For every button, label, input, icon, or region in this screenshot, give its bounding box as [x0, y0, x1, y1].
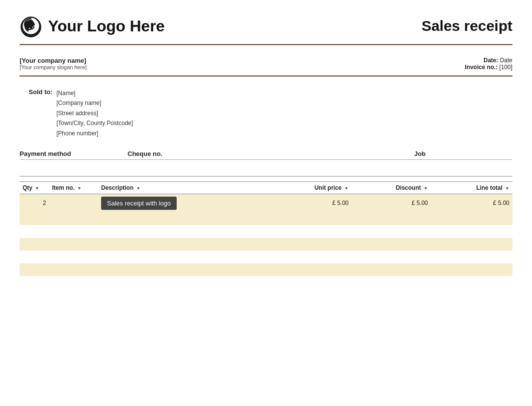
- receipt-title: Sales receipt: [422, 18, 512, 34]
- payment-underline-row: [20, 167, 512, 177]
- date-label: Date:: [483, 57, 498, 64]
- invoice-meta: Date: Date Invoice no.: [100]: [465, 57, 512, 71]
- date-line: Date: Date: [465, 57, 512, 64]
- table-row: [20, 238, 512, 251]
- page-header: Your Logo Here Sales receipt: [20, 15, 512, 45]
- cheque-label: Cheque no.: [128, 150, 414, 157]
- sold-to-street: [Street address]: [56, 108, 133, 118]
- invoice-label: Invoice no.:: [465, 64, 498, 71]
- table-header-row: Qty ▼ Item no. ▼ Description ▼ Unit pric…: [20, 181, 512, 194]
- col-header-unit-price[interactable]: Unit price ▼: [268, 181, 351, 194]
- items-table: Qty ▼ Item no. ▼ Description ▼ Unit pric…: [20, 181, 512, 289]
- col-header-item[interactable]: Item no. ▼: [49, 181, 98, 194]
- col-header-line-total[interactable]: Line total ▼: [431, 181, 512, 194]
- cell-qty[interactable]: 2: [20, 194, 49, 212]
- line-total-dropdown-icon[interactable]: ▼: [505, 186, 509, 191]
- item-dropdown-icon[interactable]: ▼: [77, 186, 81, 191]
- cheque-field[interactable]: [128, 167, 414, 177]
- payment-method-field[interactable]: [20, 167, 128, 177]
- col-header-discount[interactable]: Discount ▼: [351, 181, 431, 194]
- company-name: [Your company name]: [20, 57, 87, 64]
- cell-item[interactable]: [49, 194, 98, 212]
- sold-to-phone: [Phone number]: [56, 128, 133, 138]
- tooltip-box: Sales receipt with logo: [101, 197, 177, 210]
- table-row: [20, 251, 512, 263]
- company-info-row: [Your company name] [Your company slogan…: [20, 52, 512, 76]
- invoice-line: Invoice no.: [100]: [465, 64, 512, 71]
- svg-point-1: [29, 24, 33, 28]
- logo-icon: [20, 15, 42, 37]
- empty-cell: [20, 276, 512, 289]
- cell-desc[interactable]: Sales receipt with logo: [98, 194, 268, 212]
- unit-price-dropdown-icon[interactable]: ▼: [344, 186, 348, 191]
- sold-to-company: [Company name]: [56, 98, 133, 108]
- date-value: Date: [500, 57, 512, 64]
- sold-to-name: [Name]: [56, 88, 133, 98]
- invoice-value: [100]: [499, 64, 512, 71]
- empty-cell: [20, 263, 512, 276]
- company-info: [Your company name] [Your company slogan…: [20, 57, 87, 70]
- sold-to-details: [Name] [Company name] [Street address] […: [56, 88, 133, 138]
- empty-cell: [20, 225, 512, 238]
- col-header-desc[interactable]: Description ▼: [98, 181, 268, 194]
- logo-text: Your Logo Here: [48, 17, 165, 35]
- empty-cell: [20, 238, 512, 251]
- cell-discount[interactable]: £ 5.00: [351, 194, 431, 212]
- cell-line-total[interactable]: £ 5.00: [431, 194, 512, 212]
- empty-cell: [20, 251, 512, 263]
- sold-to-city: [Town/City, County Postcode]: [56, 118, 133, 128]
- job-field[interactable]: [414, 167, 512, 177]
- payment-row: Payment method Cheque no. Job: [20, 146, 512, 160]
- desc-dropdown-icon[interactable]: ▼: [136, 186, 140, 191]
- sold-to-label: Sold to:: [20, 88, 56, 138]
- discount-dropdown-icon[interactable]: ▼: [424, 186, 428, 191]
- empty-cell: [20, 212, 512, 225]
- table-row: [20, 263, 512, 276]
- job-label: Job: [414, 150, 512, 157]
- logo-area: Your Logo Here: [20, 15, 165, 37]
- table-row: [20, 276, 512, 289]
- qty-dropdown-icon[interactable]: ▼: [35, 186, 39, 191]
- table-row: [20, 212, 512, 225]
- company-slogan: [Your company slogan here]: [20, 64, 87, 70]
- col-header-qty[interactable]: Qty ▼: [20, 181, 49, 194]
- cell-unit-price[interactable]: £ 5.00: [268, 194, 351, 212]
- table-row: [20, 225, 512, 238]
- table-row: 2 Sales receipt with logo £ 5.00 £ 5.00 …: [20, 194, 512, 212]
- sold-to-section: Sold to: [Name] [Company name] [Street a…: [20, 83, 512, 146]
- payment-method-label: Payment method: [20, 150, 128, 157]
